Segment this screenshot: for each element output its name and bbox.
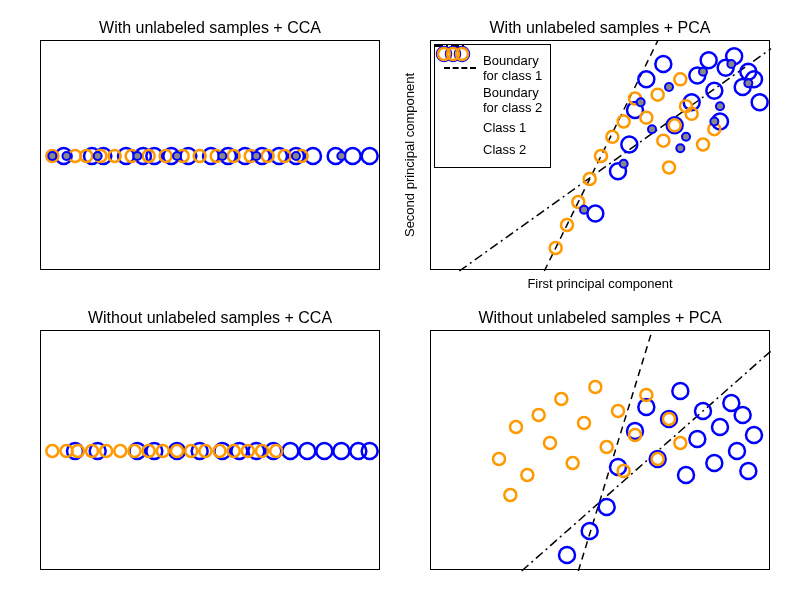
svg-point-34 <box>48 152 56 160</box>
svg-point-148 <box>735 407 751 423</box>
svg-point-83 <box>682 133 690 141</box>
svg-point-157 <box>533 409 545 421</box>
svg-point-121 <box>114 445 126 457</box>
svg-point-59 <box>752 94 768 110</box>
svg-point-16 <box>345 148 361 164</box>
svg-point-162 <box>589 381 601 393</box>
svg-point-38 <box>173 152 181 160</box>
svg-point-88 <box>620 160 628 168</box>
svg-point-74 <box>669 119 681 131</box>
svg-line-133 <box>578 331 652 571</box>
svg-point-35 <box>63 152 71 160</box>
legend-class-2: Class 2 <box>441 139 542 159</box>
svg-point-159 <box>555 393 567 405</box>
svg-point-156 <box>521 469 533 481</box>
scatter-pca-without <box>431 331 771 571</box>
svg-point-112 <box>316 443 332 459</box>
svg-point-110 <box>282 443 298 459</box>
title-tl: With unlabeled samples + CCA <box>41 19 379 37</box>
svg-point-39 <box>218 152 226 160</box>
legend-boundary-2: Boundaryfor class 2 <box>441 85 542 115</box>
svg-point-72 <box>652 89 664 101</box>
svg-point-171 <box>504 489 516 501</box>
svg-point-154 <box>493 453 505 465</box>
svg-point-92 <box>710 118 718 126</box>
svg-point-164 <box>612 405 624 417</box>
svg-point-71 <box>640 112 652 124</box>
svg-point-60 <box>621 137 637 153</box>
svg-point-41 <box>292 152 300 160</box>
svg-point-149 <box>740 463 756 479</box>
panel-pca-without: Without unlabeled samples + PCA <box>430 330 770 570</box>
svg-point-169 <box>663 413 675 425</box>
svg-point-78 <box>697 139 709 151</box>
svg-point-161 <box>578 417 590 429</box>
scatter-cca-without <box>41 331 381 571</box>
svg-point-90 <box>637 98 645 106</box>
svg-point-85 <box>716 102 724 110</box>
svg-point-80 <box>663 162 675 174</box>
svg-point-140 <box>672 383 688 399</box>
title-tr: With unlabeled samples + PCA <box>431 19 769 37</box>
svg-point-147 <box>729 443 745 459</box>
svg-point-17 <box>362 148 378 164</box>
svg-point-144 <box>706 455 722 471</box>
scatter-cca-with <box>41 41 381 271</box>
legend: Boundaryfor class 1 Boundaryfor class 2 … <box>434 44 551 168</box>
figure: With unlabeled samples + CCA With unlabe… <box>0 0 800 600</box>
svg-point-81 <box>648 125 656 133</box>
svg-point-73 <box>657 135 669 147</box>
svg-point-42 <box>337 152 345 160</box>
legend-class-1: Class 1 <box>441 117 542 137</box>
svg-point-62 <box>587 206 603 222</box>
svg-point-51 <box>701 52 717 68</box>
svg-point-150 <box>746 427 762 443</box>
svg-point-52 <box>706 83 722 99</box>
panel-cca-without: Without unlabeled samples + CCA <box>40 330 380 570</box>
svg-point-86 <box>727 60 735 68</box>
title-bl: Without unlabeled samples + CCA <box>41 309 379 327</box>
svg-point-125 <box>171 445 183 457</box>
title-br: Without unlabeled samples + PCA <box>431 309 769 327</box>
svg-point-36 <box>94 152 102 160</box>
dash-icon <box>444 67 476 69</box>
svg-point-113 <box>333 443 349 459</box>
svg-point-151 <box>599 499 615 515</box>
svg-point-145 <box>712 419 728 435</box>
svg-point-163 <box>601 441 613 453</box>
svg-point-155 <box>510 421 522 433</box>
svg-point-67 <box>595 150 607 162</box>
svg-point-82 <box>665 83 673 91</box>
svg-point-68 <box>606 131 618 143</box>
svg-point-168 <box>652 453 664 465</box>
svg-point-158 <box>544 437 556 449</box>
svg-point-40 <box>252 152 260 160</box>
svg-point-111 <box>299 443 315 459</box>
ylabel-pc2: Second principal component <box>402 73 417 237</box>
svg-point-160 <box>567 457 579 469</box>
svg-point-142 <box>689 431 705 447</box>
svg-point-170 <box>674 437 686 449</box>
svg-point-153 <box>559 547 575 563</box>
svg-point-89 <box>580 206 588 214</box>
svg-point-84 <box>699 68 707 76</box>
svg-point-37 <box>133 152 141 160</box>
svg-point-69 <box>618 116 630 128</box>
svg-point-46 <box>638 71 654 87</box>
svg-point-115 <box>362 443 378 459</box>
svg-point-47 <box>655 56 671 72</box>
svg-point-87 <box>744 79 752 87</box>
svg-line-134 <box>522 351 771 571</box>
panel-pca-with: With unlabeled samples + PCA Second prin… <box>430 40 770 270</box>
svg-point-116 <box>46 445 58 457</box>
svg-point-76 <box>674 73 686 85</box>
xlabel-pc1: First principal component <box>527 276 672 291</box>
svg-point-91 <box>676 144 684 152</box>
panel-cca-with: With unlabeled samples + CCA <box>40 40 380 270</box>
svg-point-141 <box>678 467 694 483</box>
